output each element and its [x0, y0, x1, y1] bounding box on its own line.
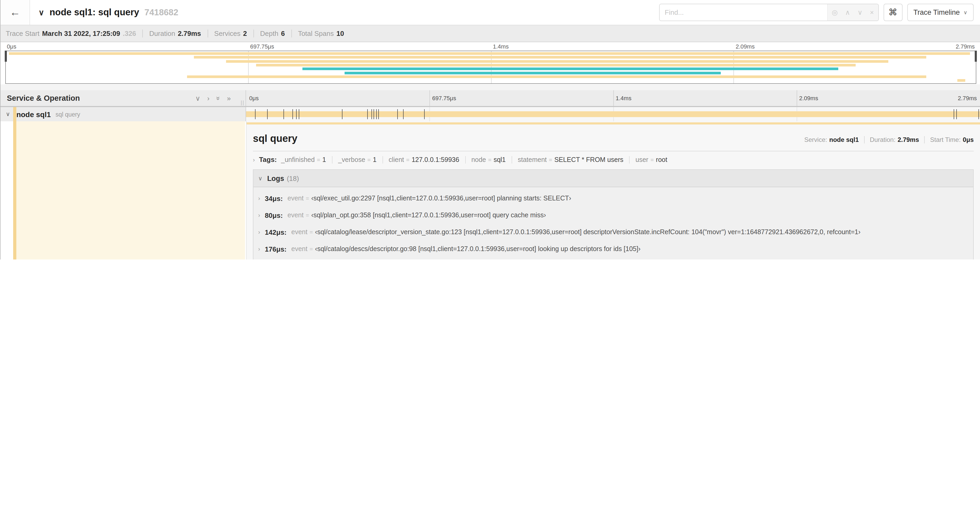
summary-value-suffix: .326	[123, 30, 136, 37]
log-row[interactable]: ›176μs:event=‹sql/catalog/descs/descript…	[253, 241, 973, 257]
chevron-right-icon: ›	[258, 229, 260, 235]
log-field-key: event	[287, 211, 304, 219]
span-timeline-cell[interactable]	[246, 107, 980, 121]
jaeger-trace-page: ← ∨ node sql1: sql query 7418682 ◎ ∧ ∨ ×…	[0, 0, 980, 260]
minimap-tick-label: 0μs	[7, 43, 16, 50]
minimap-right-scrubber[interactable]	[975, 51, 977, 62]
log-row[interactable]: ›34μs:event=‹sql/exec_util.go:2297 [nsql…	[253, 190, 973, 207]
detail-meta-item: Start Time:0μs	[924, 136, 974, 144]
log-marker	[299, 109, 299, 119]
minimap-span-bar	[256, 64, 855, 67]
minimap-canvas[interactable]	[5, 51, 976, 84]
top-bar: ← ∨ node sql1: sql query 7418682 ◎ ∧ ∨ ×…	[0, 0, 980, 25]
chevron-right-icon: ›	[258, 212, 260, 218]
log-row[interactable]: ›80μs:event=‹sql/plan_opt.go:358 [nsql1,…	[253, 207, 973, 224]
log-timestamp: 80μs:	[265, 211, 283, 219]
expand-all-icon[interactable]: »	[227, 95, 231, 102]
tags-row[interactable]: › Tags: _unfinished=1_verbose=1client=12…	[253, 152, 974, 167]
collapse-trace-header-icon[interactable]: ∨	[38, 8, 44, 17]
summary-value: 2.79ms	[178, 30, 201, 37]
logs-block: ∨ Logs (18) ›34μs:event=‹sql/exec_util.g…	[253, 169, 974, 260]
log-field-value: ‹sql/plan_opt.go:358 [nsql1,client=127.0…	[311, 211, 546, 219]
timeline-gridline	[430, 90, 430, 106]
top-bar-actions: ◎ ∧ ∨ × ⌘ Trace Timeline ∨	[659, 0, 974, 25]
summary-item: Trace StartMarch 31 2022, 17:25:09.326	[6, 30, 136, 37]
logs-list: ›34μs:event=‹sql/exec_util.go:2297 [nsql…	[253, 187, 973, 260]
log-marker	[367, 109, 368, 119]
span-color-stripe	[13, 121, 16, 260]
minimap-left-scrubber[interactable]	[5, 51, 7, 62]
summary-item: Depth6	[253, 30, 285, 37]
minimap-tick-label: 2.79ms	[956, 43, 975, 50]
log-field-key: event	[287, 195, 304, 202]
tag-item[interactable]: user=root	[629, 156, 667, 163]
chevron-right-icon: ›	[258, 246, 260, 252]
tag-equals: =	[488, 156, 492, 163]
detail-meta-item: Duration:2.79ms	[864, 136, 919, 144]
prev-match-icon[interactable]: ∧	[845, 8, 850, 16]
back-button[interactable]: ←	[0, 0, 30, 25]
log-marker	[255, 109, 255, 119]
tags-label: Tags:	[259, 156, 277, 163]
collapse-one-icon[interactable]: ∨	[195, 95, 200, 102]
span-collapse-icon[interactable]: ∨	[6, 111, 10, 118]
minimap-span-bar	[957, 79, 965, 82]
minimap-span-bar	[226, 60, 889, 62]
chevron-right-icon: ›	[258, 195, 260, 201]
tag-value: SELECT * FROM users	[554, 156, 623, 163]
summary-value: 10	[336, 30, 344, 37]
log-marker	[954, 109, 954, 119]
minimap-tick-labels: 0μs697.75μs1.4ms2.09ms2.79ms	[5, 43, 976, 51]
summary-value: 2	[243, 30, 247, 37]
tag-value: 127.0.0.1:59936	[412, 156, 459, 163]
span-detail-meta: Service:node sql1Duration:2.79msStart Ti…	[804, 136, 974, 144]
column-resizer-handle[interactable]: ||	[241, 100, 245, 105]
tag-item[interactable]: statement=SELECT * FROM users	[512, 156, 624, 163]
logs-header[interactable]: ∨ Logs (18)	[253, 170, 973, 187]
minimap-tick-label: 697.75μs	[250, 43, 274, 50]
expand-one-icon[interactable]: ›	[207, 95, 210, 102]
log-marker	[283, 109, 284, 119]
span-duration-bar[interactable]	[246, 111, 980, 117]
minimap-tick-label: 2.09ms	[736, 43, 755, 50]
locate-icon[interactable]: ◎	[832, 8, 838, 16]
tag-item[interactable]: node=sql1	[465, 156, 506, 163]
tag-item[interactable]: client=127.0.0.1:59936	[382, 156, 459, 163]
collapse-all-icon[interactable]: »	[215, 96, 221, 100]
log-marker	[267, 109, 268, 119]
log-row[interactable]: ›142μs:event=‹sql/catalog/lease/descript…	[253, 224, 973, 241]
minimap-span-bar	[187, 75, 926, 78]
trace-view-selector[interactable]: Trace Timeline ∨	[907, 4, 974, 21]
log-field-key: event	[291, 245, 307, 252]
span-detail-left-column	[0, 121, 246, 260]
timeline-tick-header: 0μs697.75μs1.4ms2.09ms2.79ms	[246, 90, 980, 106]
tag-value: root	[656, 156, 667, 163]
span-name-cell[interactable]: ∨ node sql1 sql query	[0, 107, 246, 121]
span-detail-header[interactable]: sql query Service:node sql1Duration:2.79…	[253, 133, 974, 145]
log-field-key: event	[291, 228, 307, 236]
detail-meta-value: 0μs	[963, 136, 974, 144]
span-detail-highlight	[16, 121, 245, 260]
timeline-tick-label: 697.75μs	[432, 95, 456, 101]
log-row[interactable]: ›189μs:event=‹sql/catalog/lease/descript…	[253, 257, 973, 260]
detail-divider	[253, 151, 974, 152]
log-marker	[376, 109, 377, 119]
tag-item[interactable]: _verbose=1	[332, 156, 377, 163]
clear-find-icon[interactable]: ×	[870, 8, 874, 16]
logs-count: (18)	[287, 174, 299, 182]
find-input[interactable]	[659, 4, 827, 21]
tag-value: sql1	[494, 156, 506, 163]
span-duration-bar-thin	[247, 122, 980, 124]
log-marker	[296, 109, 296, 119]
tag-equals: =	[317, 156, 320, 163]
timeline-tick-label: 0μs	[249, 95, 259, 101]
timeline-gridline	[797, 90, 797, 106]
detail-meta-label: Start Time:	[930, 136, 961, 144]
summary-value: March 31 2022, 17:25:09	[42, 30, 120, 37]
keyboard-shortcuts-button[interactable]: ⌘	[883, 4, 902, 21]
summary-item: Duration2.79ms	[143, 30, 201, 37]
summary-label: Duration	[150, 30, 175, 37]
next-match-icon[interactable]: ∨	[858, 8, 862, 16]
minimap-span-bar	[194, 56, 926, 59]
tag-item[interactable]: _unfinished=1	[281, 156, 326, 163]
